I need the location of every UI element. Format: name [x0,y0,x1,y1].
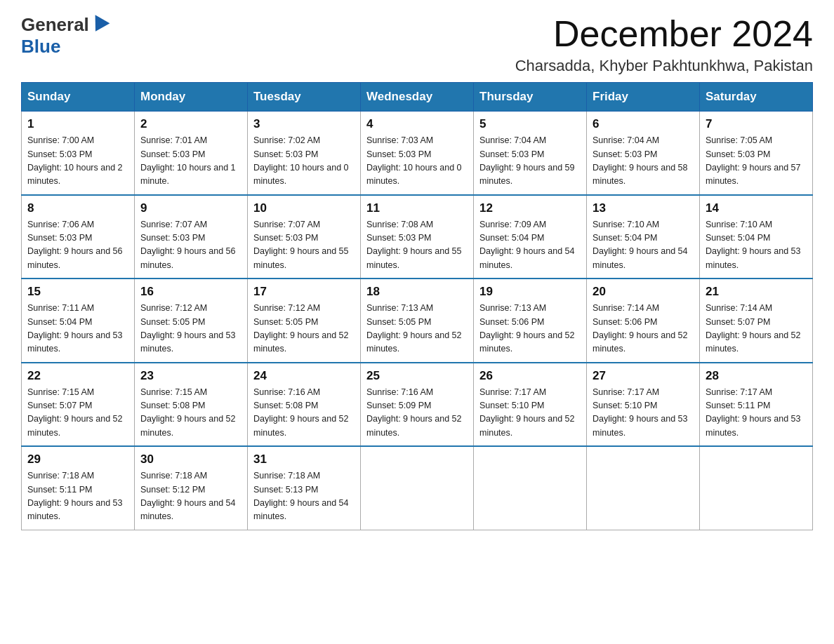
day-number: 29 [27,452,128,467]
calendar-header-tuesday: Tuesday [248,83,361,112]
calendar-header-monday: Monday [135,83,248,112]
page-header: General Blue December 2024 Charsadda, Kh… [21,14,813,75]
calendar-cell: 2Sunrise: 7:01 AMSunset: 5:03 PMDaylight… [135,112,248,195]
day-info: Sunrise: 7:07 AMSunset: 5:03 PMDaylight:… [253,218,355,273]
day-number: 25 [366,369,468,383]
calendar-cell: 14Sunrise: 7:10 AMSunset: 5:04 PMDayligh… [700,195,813,279]
calendar-week-row: 8Sunrise: 7:06 AMSunset: 5:03 PMDaylight… [22,195,813,279]
day-number: 27 [593,369,694,383]
day-info: Sunrise: 7:16 AMSunset: 5:09 PMDaylight:… [366,386,468,441]
calendar-cell: 13Sunrise: 7:10 AMSunset: 5:04 PMDayligh… [587,195,700,279]
calendar-cell: 29Sunrise: 7:18 AMSunset: 5:11 PMDayligh… [22,446,135,530]
day-info: Sunrise: 7:15 AMSunset: 5:07 PMDaylight:… [27,386,128,441]
calendar-cell: 3Sunrise: 7:02 AMSunset: 5:03 PMDaylight… [248,112,361,195]
day-number: 8 [27,201,128,215]
calendar-cell: 31Sunrise: 7:18 AMSunset: 5:13 PMDayligh… [248,446,361,530]
calendar-header-saturday: Saturday [700,83,813,112]
calendar-cell: 27Sunrise: 7:17 AMSunset: 5:10 PMDayligh… [587,363,700,447]
day-number: 3 [253,117,355,131]
day-info: Sunrise: 7:17 AMSunset: 5:10 PMDaylight:… [593,386,694,441]
logo-general-text: General [21,14,89,36]
day-number: 18 [366,285,468,299]
calendar-table: SundayMondayTuesdayWednesdayThursdayFrid… [21,82,813,530]
day-number: 17 [253,285,355,299]
calendar-cell: 5Sunrise: 7:04 AMSunset: 5:03 PMDaylight… [474,112,587,195]
calendar-cell: 18Sunrise: 7:13 AMSunset: 5:05 PMDayligh… [361,279,474,363]
day-info: Sunrise: 7:13 AMSunset: 5:05 PMDaylight:… [366,302,468,356]
calendar-cell: 9Sunrise: 7:07 AMSunset: 5:03 PMDaylight… [135,195,248,279]
day-info: Sunrise: 7:00 AMSunset: 5:03 PMDaylight:… [27,134,128,189]
day-info: Sunrise: 7:16 AMSunset: 5:08 PMDaylight:… [253,386,355,441]
day-info: Sunrise: 7:18 AMSunset: 5:12 PMDaylight:… [140,469,241,524]
day-number: 1 [27,117,128,131]
calendar-cell [361,446,474,530]
day-info: Sunrise: 7:17 AMSunset: 5:10 PMDaylight:… [479,386,581,441]
day-number: 21 [706,285,807,299]
calendar-cell: 4Sunrise: 7:03 AMSunset: 5:03 PMDaylight… [361,112,474,195]
calendar-cell: 6Sunrise: 7:04 AMSunset: 5:03 PMDaylight… [587,112,700,195]
calendar-cell: 24Sunrise: 7:16 AMSunset: 5:08 PMDayligh… [248,363,361,447]
calendar-cell: 23Sunrise: 7:15 AMSunset: 5:08 PMDayligh… [135,363,248,447]
calendar-week-row: 1Sunrise: 7:00 AMSunset: 5:03 PMDaylight… [22,112,813,195]
calendar-header-row: SundayMondayTuesdayWednesdayThursdayFrid… [22,83,813,112]
calendar-header-wednesday: Wednesday [361,83,474,112]
calendar-cell: 12Sunrise: 7:09 AMSunset: 5:04 PMDayligh… [474,195,587,279]
day-info: Sunrise: 7:05 AMSunset: 5:03 PMDaylight:… [706,134,807,189]
calendar-header-thursday: Thursday [474,83,587,112]
day-info: Sunrise: 7:14 AMSunset: 5:06 PMDaylight:… [593,302,694,356]
logo-triangle-icon [88,15,110,35]
calendar-cell: 20Sunrise: 7:14 AMSunset: 5:06 PMDayligh… [587,279,700,363]
calendar-week-row: 29Sunrise: 7:18 AMSunset: 5:11 PMDayligh… [22,446,813,530]
calendar-cell: 28Sunrise: 7:17 AMSunset: 5:11 PMDayligh… [700,363,813,447]
day-info: Sunrise: 7:01 AMSunset: 5:03 PMDaylight:… [140,134,241,189]
day-number: 16 [140,285,241,299]
day-info: Sunrise: 7:06 AMSunset: 5:03 PMDaylight:… [27,218,128,273]
day-number: 19 [479,285,581,299]
day-number: 4 [366,117,468,131]
calendar-cell [587,446,700,530]
day-info: Sunrise: 7:08 AMSunset: 5:03 PMDaylight:… [366,218,468,273]
calendar-header-friday: Friday [587,83,700,112]
calendar-cell: 22Sunrise: 7:15 AMSunset: 5:07 PMDayligh… [22,363,135,447]
location-title: Charsadda, Khyber Pakhtunkhwa, Pakistan [515,57,813,75]
day-info: Sunrise: 7:17 AMSunset: 5:11 PMDaylight:… [706,386,807,441]
calendar-cell: 25Sunrise: 7:16 AMSunset: 5:09 PMDayligh… [361,363,474,447]
calendar-cell: 15Sunrise: 7:11 AMSunset: 5:04 PMDayligh… [22,279,135,363]
calendar-cell: 7Sunrise: 7:05 AMSunset: 5:03 PMDaylight… [700,112,813,195]
day-info: Sunrise: 7:13 AMSunset: 5:06 PMDaylight:… [479,302,581,356]
day-number: 22 [27,369,128,383]
calendar-cell: 17Sunrise: 7:12 AMSunset: 5:05 PMDayligh… [248,279,361,363]
day-info: Sunrise: 7:03 AMSunset: 5:03 PMDaylight:… [366,134,468,189]
day-number: 15 [27,285,128,299]
day-number: 12 [479,201,581,215]
day-info: Sunrise: 7:18 AMSunset: 5:11 PMDaylight:… [27,469,128,524]
calendar-cell: 8Sunrise: 7:06 AMSunset: 5:03 PMDaylight… [22,195,135,279]
day-number: 7 [706,117,807,131]
calendar-cell: 21Sunrise: 7:14 AMSunset: 5:07 PMDayligh… [700,279,813,363]
day-number: 9 [140,201,241,215]
calendar-cell: 10Sunrise: 7:07 AMSunset: 5:03 PMDayligh… [248,195,361,279]
day-number: 10 [253,201,355,215]
day-info: Sunrise: 7:18 AMSunset: 5:13 PMDaylight:… [253,469,355,524]
calendar-cell: 30Sunrise: 7:18 AMSunset: 5:12 PMDayligh… [135,446,248,530]
day-info: Sunrise: 7:10 AMSunset: 5:04 PMDaylight:… [593,218,694,273]
day-number: 2 [140,117,241,131]
calendar-cell: 16Sunrise: 7:12 AMSunset: 5:05 PMDayligh… [135,279,248,363]
logo-blue-text: Blue [21,36,60,58]
logo: General Blue [21,14,109,58]
day-info: Sunrise: 7:04 AMSunset: 5:03 PMDaylight:… [593,134,694,189]
day-info: Sunrise: 7:10 AMSunset: 5:04 PMDaylight:… [706,218,807,273]
day-number: 26 [479,369,581,383]
calendar-cell: 19Sunrise: 7:13 AMSunset: 5:06 PMDayligh… [474,279,587,363]
day-number: 13 [593,201,694,215]
day-info: Sunrise: 7:14 AMSunset: 5:07 PMDaylight:… [706,302,807,356]
day-number: 11 [366,201,468,215]
title-block: December 2024 Charsadda, Khyber Pakhtunk… [515,14,813,75]
day-info: Sunrise: 7:09 AMSunset: 5:04 PMDaylight:… [479,218,581,273]
day-number: 28 [706,369,807,383]
day-number: 14 [706,201,807,215]
day-info: Sunrise: 7:15 AMSunset: 5:08 PMDaylight:… [140,386,241,441]
calendar-week-row: 15Sunrise: 7:11 AMSunset: 5:04 PMDayligh… [22,279,813,363]
day-info: Sunrise: 7:11 AMSunset: 5:04 PMDaylight:… [27,302,128,356]
day-number: 24 [253,369,355,383]
